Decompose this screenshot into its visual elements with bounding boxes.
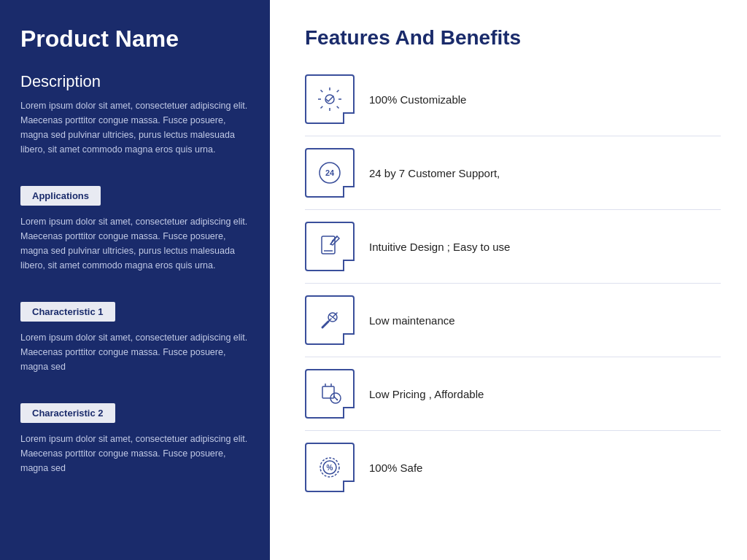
- feature-text-3: Intuitive Design ; Easy to use: [369, 241, 510, 253]
- svg-text:%: %: [327, 464, 333, 472]
- feature-item-5: Low Pricing , Affordable: [305, 366, 721, 421]
- divider-2: [305, 209, 721, 210]
- divider-5: [305, 430, 721, 431]
- divider-1: [305, 136, 721, 136]
- divider-3: [305, 283, 721, 284]
- wrench-screwdriver-icon: [317, 307, 343, 333]
- box-tag-icon-box: [305, 369, 355, 419]
- characteristic1-text: Lorem ipsum dolor sit amet, consectetuer…: [20, 330, 249, 374]
- right-panel: Features And Benefits 100% Customizable …: [270, 0, 747, 560]
- description-title: Description: [20, 72, 249, 91]
- features-title: Features And Benefits: [305, 26, 721, 50]
- features-list: 100% Customizable 24 24 by 7 Customer Su…: [305, 71, 721, 495]
- characteristic2-label: Characteristic 2: [20, 403, 115, 423]
- gear-check-icon: [317, 86, 343, 112]
- left-panel: Product Name Description Lorem ipsum dol…: [0, 0, 270, 560]
- description-section: Description Lorem ipsum dolor sit amet, …: [20, 72, 249, 174]
- feature-item-3: Intuitive Design ; Easy to use: [305, 219, 721, 274]
- tablet-pencil-icon: [317, 233, 343, 260]
- svg-point-17: [333, 396, 335, 397]
- svg-point-18: [336, 399, 338, 400]
- svg-text:24: 24: [325, 168, 335, 177]
- svg-rect-12: [322, 386, 334, 398]
- feature-text-4: Low maintenance: [369, 314, 455, 327]
- divider-4: [305, 357, 721, 357]
- feature-item-1: 100% Customizable: [305, 71, 721, 127]
- box-tag-icon: [317, 381, 343, 407]
- svg-line-11: [322, 322, 328, 327]
- characteristic2-section: Characteristic 2 Lorem ipsum dolor sit a…: [20, 403, 249, 493]
- feature-text-5: Low Pricing , Affordable: [369, 388, 484, 400]
- gear-check-icon-box: [305, 74, 355, 124]
- feature-text-1: 100% Customizable: [369, 93, 466, 106]
- feature-item-6: % 100% Safe: [305, 440, 721, 495]
- feature-text-2: 24 by 7 Customer Support,: [369, 167, 500, 179]
- wrench-screwdriver-icon-box: [305, 295, 355, 345]
- clock-24-icon: 24: [317, 160, 343, 186]
- characteristic2-text: Lorem ipsum dolor sit amet, consectetuer…: [20, 432, 249, 475]
- applications-text: Lorem ipsum dolor sit amet, consectetuer…: [20, 214, 249, 273]
- feature-item-2: 24 24 by 7 Customer Support,: [305, 145, 721, 201]
- percent-shield-icon: %: [317, 454, 343, 481]
- feature-text-6: 100% Safe: [369, 462, 422, 474]
- applications-section: Applications Lorem ipsum dolor sit amet,…: [20, 186, 249, 290]
- tablet-pencil-icon-box: [305, 222, 355, 271]
- description-text: Lorem ipsum dolor sit amet, consectetuer…: [20, 98, 249, 157]
- characteristic1-section: Characteristic 1 Lorem ipsum dolor sit a…: [20, 302, 249, 392]
- clock-24-icon-box: 24: [305, 148, 355, 198]
- characteristic1-label: Characteristic 1: [20, 302, 115, 322]
- feature-item-4: Low maintenance: [305, 292, 721, 348]
- percent-shield-icon-box: %: [305, 443, 355, 492]
- product-name: Product Name: [20, 26, 249, 52]
- applications-label: Applications: [20, 186, 101, 206]
